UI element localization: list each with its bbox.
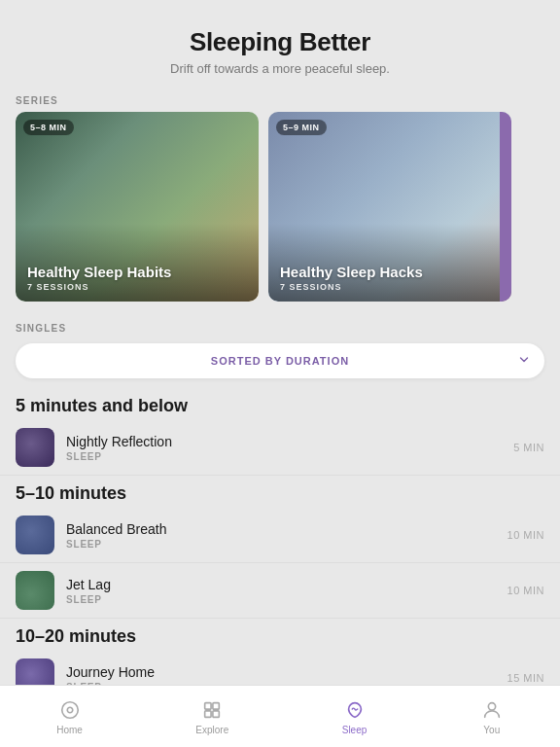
content-scroll: Sleeping Better Drift off towards a more… (0, 0, 560, 747)
item-duration: 10 MIN (508, 529, 544, 541)
svg-rect-4 (205, 710, 211, 716)
svg-point-0 (61, 701, 78, 718)
item-thumb-jetlag (16, 571, 54, 610)
list-item[interactable]: Balanced Breath SLEEP 10 MIN (0, 508, 560, 563)
nav-label-explore: Explore (195, 725, 228, 735)
nav-item-you[interactable]: You (465, 693, 519, 741)
nav-item-explore[interactable]: Explore (180, 693, 244, 741)
card-2-badge: 5–9 MIN (276, 120, 327, 135)
svg-point-1 (67, 707, 73, 713)
nav-label-home: Home (56, 725, 83, 735)
series-card-1[interactable]: 5–8 MIN Healthy Sleep Habits 7 SESSIONS (16, 112, 259, 302)
card-1-info: Healthy Sleep Habits 7 SESSIONS (27, 264, 171, 292)
item-name: Balanced Breath (66, 521, 508, 537)
item-text: Balanced Breath SLEEP (66, 521, 508, 550)
group-header-2: 10–20 minutes (0, 619, 560, 651)
nav-item-home[interactable]: Home (41, 693, 98, 741)
series-section-label: SERIES (0, 86, 560, 112)
item-name: Journey Home (66, 664, 508, 680)
series-card-2[interactable]: 5–9 MIN Healthy Sleep Hacks 7 SESSIONS (268, 112, 511, 302)
sleep-icon (343, 698, 367, 722)
item-category: SLEEP (66, 451, 513, 462)
card-1-title: Healthy Sleep Habits (27, 264, 171, 280)
series-scroll: 5–8 MIN Healthy Sleep Habits 7 SESSIONS … (0, 112, 560, 313)
nav-label-you: You (483, 725, 500, 735)
chevron-down-icon (517, 353, 531, 370)
page: Sleeping Better Drift off towards a more… (0, 0, 560, 747)
sort-bar[interactable]: SORTED BY DURATION (16, 343, 544, 378)
item-duration: 15 MIN (508, 672, 544, 684)
bottom-nav: Home Explore Sleep (0, 685, 560, 747)
card-1-sessions: 7 SESSIONS (27, 282, 171, 292)
list-item[interactable]: Jet Lag SLEEP 10 MIN (0, 563, 560, 619)
nav-label-sleep: Sleep (342, 725, 368, 735)
group-header-1: 5–10 minutes (0, 476, 560, 508)
singles-section: SINGLES SORTED BY DURATION 5 minutes and… (0, 313, 560, 747)
item-category: SLEEP (66, 594, 508, 605)
item-thumb-nightly (16, 428, 54, 467)
card-1-badge: 5–8 MIN (23, 120, 74, 135)
page-header: Sleeping Better Drift off towards a more… (0, 0, 560, 86)
group-header-0: 5 minutes and below (0, 388, 560, 420)
profile-icon (480, 698, 504, 722)
svg-rect-5 (213, 710, 219, 716)
sort-label: SORTED BY DURATION (211, 355, 349, 367)
item-thumb-balanced (16, 516, 54, 554)
card-2-info: Healthy Sleep Hacks 7 SESSIONS (280, 264, 423, 292)
nav-item-sleep[interactable]: Sleep (327, 693, 383, 741)
card-2-title: Healthy Sleep Hacks (280, 264, 423, 280)
item-text: Nightly Reflection SLEEP (66, 434, 513, 462)
singles-section-label: SINGLES (0, 313, 560, 339)
page-title: Sleeping Better (19, 27, 541, 57)
item-duration: 10 MIN (508, 585, 544, 596)
card-2-sessions: 7 SESSIONS (280, 282, 423, 292)
svg-point-6 (488, 702, 495, 709)
item-category: SLEEP (66, 539, 508, 550)
explore-icon (200, 698, 224, 722)
item-name: Nightly Reflection (66, 434, 513, 449)
list-item[interactable]: Nightly Reflection SLEEP 5 MIN (0, 420, 560, 476)
svg-rect-3 (213, 702, 219, 708)
card-2-strip (500, 112, 511, 302)
item-duration: 5 MIN (513, 442, 544, 453)
page-subtitle: Drift off towards a more peaceful sleep. (19, 61, 541, 76)
home-icon (58, 698, 82, 722)
svg-rect-2 (205, 702, 211, 708)
item-name: Jet Lag (66, 577, 508, 592)
item-text: Jet Lag SLEEP (66, 577, 508, 605)
